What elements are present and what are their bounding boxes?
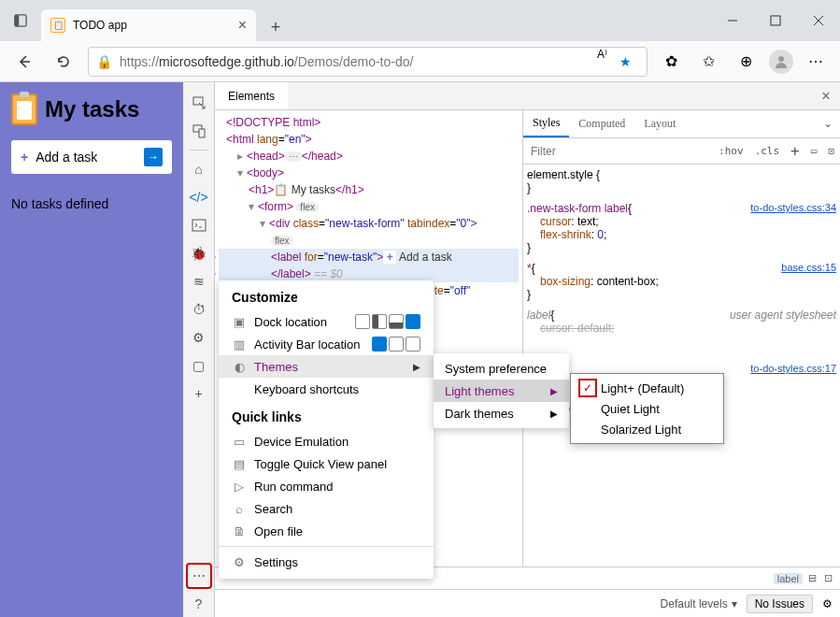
tab-styles[interactable]: Styles [523,110,569,137]
window-titlebar: 📋 TODO app × + [0,0,840,41]
network-icon[interactable]: ≋ [186,268,212,294]
performance-icon[interactable]: ⏱ [186,296,212,323]
device-icon[interactable] [186,118,212,144]
default-levels-dropdown[interactable]: Default levels ▾ [661,597,737,610]
chevron-down-icon[interactable]: ⌄ [814,110,840,137]
favorites-icon[interactable]: ✩ [694,48,722,76]
console-icon[interactable] [186,212,212,238]
device-emulation-item[interactable]: ▭Device Emulation [219,430,434,452]
minimize-button[interactable] [711,0,754,41]
cls-toggle[interactable]: .cls [749,145,786,157]
help-icon[interactable]: ? [186,591,212,617]
light-plus-item[interactable]: ✓ Light+ (Default) [571,378,723,398]
add-task-label: Add a task [36,150,97,165]
maximize-button[interactable] [754,0,797,41]
memory-icon[interactable]: ⚙ [186,324,212,351]
system-preference-item[interactable]: System preference [434,357,569,380]
dock-left-icon[interactable] [372,314,387,329]
light-themes-submenu[interactable]: ✓ Light+ (Default) Quiet Light Solarized… [570,373,724,444]
back-button[interactable] [9,47,39,77]
tab-actions-icon[interactable] [0,0,41,41]
checkmark-icon: ✓ [580,380,595,395]
breadcrumb-item[interactable]: label [774,573,803,584]
close-tab-icon[interactable]: × [238,17,247,34]
rendering-icon[interactable]: ⊡ [822,145,840,157]
more-tools-icon[interactable]: + [186,380,212,407]
welcome-icon[interactable]: ⌂ [186,156,212,182]
svg-rect-8 [193,97,203,105]
activity-left-icon[interactable] [372,337,387,352]
console-strip: Default levels ▾ No Issues ⚙ [215,589,840,617]
quiet-light-item[interactable]: Quiet Light [571,398,723,419]
url-host: microsoftedge.github.io [159,54,294,69]
filter-input[interactable] [523,145,713,158]
solarized-light-item[interactable]: Solarized Light [571,419,723,439]
dock-undock-icon[interactable] [355,314,370,329]
refresh-button[interactable] [49,47,78,77]
light-themes-item[interactable]: Light themes▶ [434,380,569,402]
customize-menu[interactable]: Customize ▣ Dock location ▥ Activity Bar… [219,280,434,579]
devtools-tabstrip: Elements × [215,82,840,110]
dock-right-icon[interactable] [406,314,420,329]
quick-links-heading: Quick links [219,400,434,430]
profile-avatar[interactable] [769,50,793,74]
file-icon: 🗎 [232,524,247,538]
tab-title: TODO app [73,19,127,32]
new-tab-button[interactable]: + [262,13,290,41]
activity-top-icon[interactable] [389,337,404,352]
hov-toggle[interactable]: :hov [713,145,749,157]
search-item[interactable]: ⌕Search [219,497,434,520]
panel-icon: ▤ [232,456,247,471]
application-icon[interactable]: ▢ [186,352,212,379]
plus-icon: + [21,150,28,165]
empty-message: No tasks defined [11,196,172,211]
theme-icon: ◐ [232,359,247,374]
svg-rect-10 [199,129,205,137]
read-aloud-icon[interactable]: A⁾ [597,48,607,76]
styles-filter-bar: :hov .cls + ▭ ⊡ [523,138,840,165]
sources-icon[interactable]: 🐞 [186,240,212,266]
close-window-button[interactable] [797,0,840,41]
gear-icon: ⚙ [232,554,247,569]
menu-button[interactable]: ⋯ [803,48,831,76]
tab-computed[interactable]: Computed [569,110,634,137]
add-task-button[interactable]: + Add a task → [11,140,172,174]
elements-icon[interactable]: </> [186,184,212,210]
open-file-item[interactable]: 🗎Open file [219,520,434,542]
browser-tab[interactable]: 📋 TODO app × [41,9,256,41]
customize-heading: Customize [219,280,434,310]
no-issues-badge[interactable]: No Issues [747,595,813,613]
favorite-icon[interactable]: ★ [611,48,639,76]
keyboard-shortcuts-item[interactable]: Keyboard shortcuts [219,378,434,400]
toggle-quickview-item[interactable]: ▤Toggle Quick View panel [219,452,434,475]
dock-location-item[interactable]: ▣ Dock location [219,310,434,333]
devtools-close-icon[interactable]: × [812,82,840,110]
activity-bar-location-item[interactable]: ▥ Activity Bar location [219,333,434,355]
run-command-item[interactable]: ▷Run command [219,475,434,497]
collections-icon[interactable]: ⊕ [732,48,760,76]
themes-submenu[interactable]: System preference Light themes▶ Dark the… [434,353,569,428]
submit-arrow-icon[interactable]: → [144,148,163,166]
dark-themes-item[interactable]: Dark themes▶ [434,402,569,424]
styles-rules[interactable]: element.style {} .new-task-form label { … [523,165,840,567]
activity-default-icon[interactable] [406,337,420,352]
tab-favicon: 📋 [50,18,65,33]
dock-icon[interactable]: ⊟ [808,572,817,584]
svg-rect-1 [15,15,19,26]
console-settings-icon[interactable]: ⚙ [822,597,833,610]
new-rule-icon[interactable]: + [785,142,805,160]
computed-toggle-icon[interactable]: ▭ [805,145,823,157]
extensions-icon[interactable]: ✿ [657,48,685,76]
inspect-icon[interactable] [186,90,212,116]
page-content: My tasks + Add a task → No tasks defined [0,82,183,617]
search-icon: ⌕ [232,501,247,516]
dock-bottom-icon[interactable] [389,314,404,329]
address-bar[interactable]: 🔒 https://microsoftedge.github.io/Demos/… [88,47,648,77]
tab-layout[interactable]: Layout [634,110,685,137]
svg-rect-3 [771,16,780,25]
expand-icon[interactable]: ⊡ [824,572,833,584]
settings-item[interactable]: ⚙Settings [219,551,434,573]
themes-item[interactable]: ◐ Themes ▶ [219,355,434,378]
tab-elements[interactable]: Elements [215,82,288,109]
settings-menu-button[interactable]: ⋯ [186,563,212,589]
